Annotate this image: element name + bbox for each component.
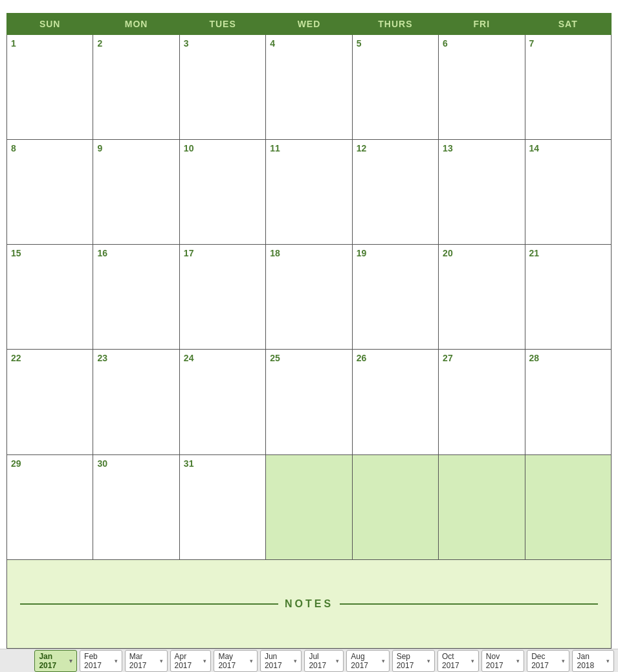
month-tab-nov-2017[interactable]: Nov 2017▾ [481, 650, 524, 672]
month-tab-label: Jan 2017 [39, 652, 68, 670]
day-number: 1 [11, 38, 16, 49]
day-number: 5 [357, 38, 362, 49]
month-tab-oct-2017[interactable]: Oct 2017▾ [437, 650, 479, 672]
day-cell-2-2: 17 [179, 245, 265, 350]
notes-row: NOTES [7, 559, 612, 648]
calendar-title [6, 0, 612, 13]
month-tab-may-2017[interactable]: May 2017▾ [214, 650, 257, 672]
day-number: 31 [184, 458, 194, 469]
month-tab-label: Dec 2017 [531, 652, 560, 670]
month-tab-label: Aug 2017 [351, 652, 380, 670]
day-number: 2 [97, 38, 102, 49]
header-sun: SUN [7, 14, 93, 35]
chevron-down-icon: ▾ [69, 658, 72, 664]
notes-line-right [340, 603, 598, 605]
day-number: 15 [11, 248, 21, 258]
day-number: 24 [184, 353, 194, 363]
month-tab-aug-2017[interactable]: Aug 2017▾ [346, 650, 389, 672]
month-tab-jan-2017[interactable]: Jan 2017▾ [34, 650, 77, 672]
week-row-0: 1234567 [7, 35, 612, 140]
calendar-table: SUNMONTUESWEDTHURSFRISAT 123456789101112… [6, 13, 612, 649]
header-mon: MON [93, 14, 179, 35]
day-cell-0-3: 4 [266, 35, 352, 140]
day-number: 27 [443, 353, 453, 363]
day-cell-1-3: 11 [266, 140, 352, 245]
chevron-down-icon: ▾ [336, 658, 339, 664]
day-cell-1-6: 14 [525, 140, 611, 245]
header-wed: WED [266, 14, 352, 35]
month-tab-label: Jun 2017 [265, 652, 293, 670]
month-tab-label: Mar 2017 [129, 652, 159, 670]
day-cell-2-1: 16 [93, 245, 179, 350]
day-number: 23 [97, 353, 107, 363]
day-cell-4-3 [266, 454, 352, 559]
month-tab-mar-2017[interactable]: Mar 2017▾ [125, 650, 168, 672]
day-number: 10 [184, 143, 194, 153]
day-number: 13 [443, 143, 453, 153]
day-number: 21 [529, 248, 540, 258]
month-tab-jul-2017[interactable]: Jul 2017▾ [304, 650, 344, 672]
month-tab-jun-2017[interactable]: Jun 2017▾ [260, 650, 302, 672]
day-cell-3-2: 24 [179, 350, 265, 454]
day-number: 19 [357, 248, 367, 258]
day-cell-0-2: 3 [179, 35, 265, 140]
chevron-down-icon: ▾ [562, 658, 565, 664]
month-tab-jan-2018[interactable]: Jan 2018▾ [572, 650, 614, 672]
month-tab-dec-2017[interactable]: Dec 2017▾ [527, 650, 569, 672]
month-tab-feb-2017[interactable]: Feb 2017▾ [80, 650, 122, 672]
chevron-down-icon: ▾ [606, 658, 610, 664]
day-cell-3-0: 22 [7, 350, 93, 454]
day-number: 8 [11, 143, 16, 153]
month-tab-label: Feb 2017 [84, 652, 113, 670]
list-icon[interactable] [19, 654, 32, 668]
day-number: 4 [270, 38, 275, 49]
header-sat: SAT [525, 14, 611, 35]
day-number: 26 [357, 353, 367, 363]
notes-section: NOTES [7, 559, 612, 648]
header-thurs: THURS [352, 14, 438, 35]
chevron-down-icon: ▾ [471, 658, 474, 664]
month-tab-label: Jan 2018 [577, 652, 605, 670]
notes-label: NOTES [285, 598, 333, 610]
month-tab-apr-2017[interactable]: Apr 2017▾ [170, 650, 212, 672]
day-cell-2-3: 18 [266, 245, 352, 350]
day-number: 28 [529, 353, 540, 363]
day-cell-1-2: 10 [179, 140, 265, 245]
day-cell-1-0: 8 [7, 140, 93, 245]
day-number: 25 [270, 353, 280, 363]
day-cell-2-0: 15 [7, 245, 93, 350]
day-cell-4-2: 31 [179, 454, 265, 559]
day-cell-0-5: 6 [439, 35, 525, 140]
day-cell-3-6: 28 [525, 350, 611, 454]
day-cell-4-5 [439, 454, 525, 559]
day-number: 12 [357, 143, 367, 153]
month-tab-label: Nov 2017 [486, 652, 515, 670]
notes-line-left [20, 603, 278, 605]
day-number: 29 [11, 458, 21, 469]
month-tab-sep-2017[interactable]: Sep 2017▾ [392, 650, 435, 672]
day-number: 16 [97, 248, 107, 258]
chevron-down-icon: ▾ [382, 658, 385, 664]
chevron-down-icon: ▾ [203, 658, 206, 664]
day-number: 11 [270, 143, 280, 153]
day-cell-2-6: 21 [525, 245, 611, 350]
add-icon[interactable] [4, 654, 17, 668]
day-number: 17 [184, 248, 194, 258]
day-cell-4-6 [525, 454, 611, 559]
chevron-down-icon: ▾ [427, 658, 430, 664]
day-number: 3 [184, 38, 189, 49]
day-cell-1-4: 12 [352, 140, 438, 245]
day-number: 14 [529, 143, 540, 153]
day-cell-3-5: 27 [439, 350, 525, 454]
day-number: 18 [270, 248, 280, 258]
chevron-down-icon: ▾ [516, 658, 520, 664]
week-row-2: 15161718192021 [7, 245, 612, 350]
day-cell-0-6: 7 [525, 35, 611, 140]
header-row: SUNMONTUESWEDTHURSFRISAT [7, 14, 612, 35]
day-number: 20 [443, 248, 453, 258]
day-cell-0-4: 5 [352, 35, 438, 140]
week-row-1: 891011121314 [7, 140, 612, 245]
month-tab-label: Jul 2017 [309, 652, 335, 670]
header-tues: TUES [179, 14, 265, 35]
day-cell-4-0: 29 [7, 454, 93, 559]
